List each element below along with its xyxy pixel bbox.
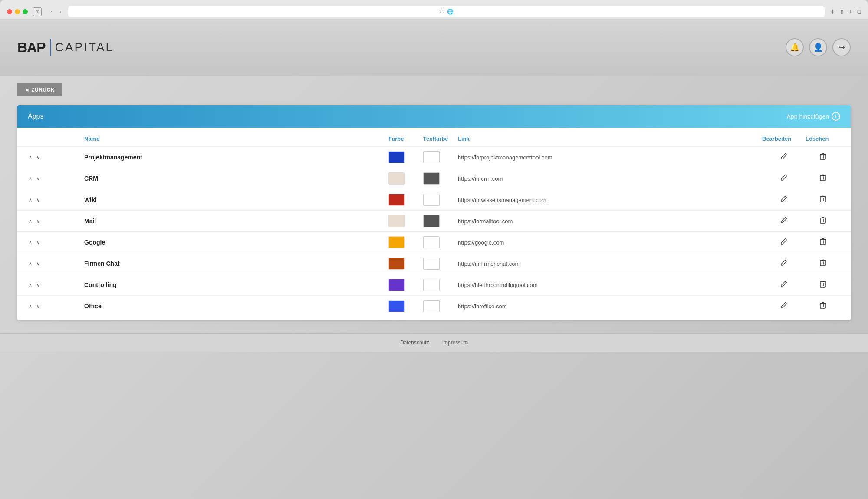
dot-yellow[interactable] bbox=[15, 9, 20, 14]
share-icon[interactable]: ⬆ bbox=[839, 8, 845, 15]
delete-button-4[interactable] bbox=[818, 236, 828, 248]
row-textfarbe-3[interactable] bbox=[423, 215, 458, 227]
chevron-up-button-5[interactable]: ∧ bbox=[28, 260, 33, 268]
datenschutz-link[interactable]: Datenschutz bbox=[400, 340, 429, 346]
chevron-down-button-6[interactable]: ∨ bbox=[36, 281, 41, 289]
new-tab-icon[interactable]: + bbox=[849, 8, 852, 15]
chevron-up-button-0[interactable]: ∧ bbox=[28, 154, 33, 161]
row-loschen-2[interactable] bbox=[806, 194, 840, 206]
farbe-swatch-0[interactable] bbox=[388, 151, 405, 163]
chevron-up-button-7[interactable]: ∧ bbox=[28, 303, 33, 310]
textfarbe-swatch-5[interactable] bbox=[423, 258, 440, 270]
delete-button-6[interactable] bbox=[818, 279, 828, 291]
row-loschen-0[interactable] bbox=[806, 151, 840, 163]
chevron-down-button-2[interactable]: ∨ bbox=[36, 196, 41, 204]
chevron-down-button-3[interactable]: ∨ bbox=[36, 218, 41, 225]
delete-button-3[interactable] bbox=[818, 215, 828, 227]
textfarbe-swatch-2[interactable] bbox=[423, 194, 440, 206]
edit-button-3[interactable] bbox=[779, 215, 789, 227]
textfarbe-swatch-6[interactable] bbox=[423, 279, 440, 291]
row-farbe-1[interactable] bbox=[388, 172, 423, 185]
farbe-swatch-2[interactable] bbox=[388, 194, 405, 206]
row-farbe-2[interactable] bbox=[388, 194, 423, 206]
chevron-up-button-6[interactable]: ∧ bbox=[28, 281, 33, 289]
row-textfarbe-5[interactable] bbox=[423, 258, 458, 270]
row-textfarbe-6[interactable] bbox=[423, 279, 458, 291]
row-bearbeiten-1[interactable] bbox=[762, 172, 806, 185]
row-loschen-5[interactable] bbox=[806, 258, 840, 270]
textfarbe-swatch-3[interactable] bbox=[423, 215, 440, 227]
row-bearbeiten-7[interactable] bbox=[762, 300, 806, 312]
chevron-down-button-7[interactable]: ∨ bbox=[36, 303, 41, 310]
notification-button[interactable]: 🔔 bbox=[786, 38, 804, 56]
row-textfarbe-1[interactable] bbox=[423, 172, 458, 185]
table-row: ∧ ∨ CRM https://ihrcrm.com bbox=[17, 168, 851, 189]
row-textfarbe-7[interactable] bbox=[423, 300, 458, 312]
add-icon: + bbox=[832, 112, 840, 121]
fullscreen-icon[interactable]: ⧉ bbox=[857, 8, 861, 16]
row-farbe-7[interactable] bbox=[388, 300, 423, 312]
row-loschen-1[interactable] bbox=[806, 172, 840, 185]
farbe-swatch-4[interactable] bbox=[388, 236, 405, 248]
textfarbe-swatch-1[interactable] bbox=[423, 172, 440, 185]
edit-button-7[interactable] bbox=[779, 300, 789, 312]
delete-button-1[interactable] bbox=[818, 172, 828, 185]
delete-button-7[interactable] bbox=[818, 300, 828, 312]
textfarbe-swatch-4[interactable] bbox=[423, 236, 440, 248]
edit-button-0[interactable] bbox=[779, 151, 789, 163]
row-bearbeiten-6[interactable] bbox=[762, 279, 806, 291]
row-loschen-6[interactable] bbox=[806, 279, 840, 291]
row-farbe-4[interactable] bbox=[388, 236, 423, 248]
farbe-swatch-6[interactable] bbox=[388, 279, 405, 291]
chevron-up-button-2[interactable]: ∧ bbox=[28, 196, 33, 204]
row-loschen-7[interactable] bbox=[806, 300, 840, 312]
user-button[interactable]: 👤 bbox=[809, 38, 827, 56]
textfarbe-swatch-0[interactable] bbox=[423, 151, 440, 163]
row-farbe-6[interactable] bbox=[388, 279, 423, 291]
farbe-swatch-7[interactable] bbox=[388, 300, 405, 312]
row-loschen-3[interactable] bbox=[806, 215, 840, 227]
row-textfarbe-4[interactable] bbox=[423, 236, 458, 248]
add-app-button[interactable]: App hinzufügen + bbox=[787, 112, 840, 121]
address-bar[interactable]: 🛡 🌐 bbox=[68, 6, 824, 17]
tab-icon[interactable]: ⊞ bbox=[33, 7, 42, 16]
row-loschen-4[interactable] bbox=[806, 236, 840, 248]
edit-button-6[interactable] bbox=[779, 279, 789, 291]
delete-button-0[interactable] bbox=[818, 151, 828, 163]
chevron-down-button-1[interactable]: ∨ bbox=[36, 175, 41, 182]
chevron-up-button-1[interactable]: ∧ bbox=[28, 175, 33, 182]
chevron-up-button-4[interactable]: ∧ bbox=[28, 239, 33, 246]
row-farbe-0[interactable] bbox=[388, 151, 423, 163]
row-bearbeiten-4[interactable] bbox=[762, 236, 806, 248]
delete-button-5[interactable] bbox=[818, 258, 828, 270]
chevron-down-button-5[interactable]: ∨ bbox=[36, 260, 41, 268]
row-bearbeiten-2[interactable] bbox=[762, 194, 806, 206]
nav-forward-button[interactable]: › bbox=[58, 7, 63, 16]
farbe-swatch-5[interactable] bbox=[388, 258, 405, 270]
back-button[interactable]: ◄ ZURÜCK bbox=[17, 83, 62, 96]
edit-button-1[interactable] bbox=[779, 172, 789, 185]
farbe-swatch-1[interactable] bbox=[388, 172, 405, 185]
row-farbe-3[interactable] bbox=[388, 215, 423, 227]
row-bearbeiten-5[interactable] bbox=[762, 258, 806, 270]
row-textfarbe-0[interactable] bbox=[423, 151, 458, 163]
dot-green[interactable] bbox=[23, 9, 28, 14]
download-icon[interactable]: ⬇ bbox=[830, 8, 835, 15]
edit-button-2[interactable] bbox=[779, 194, 789, 206]
chevron-down-button-4[interactable]: ∨ bbox=[36, 239, 41, 246]
edit-button-4[interactable] bbox=[779, 236, 789, 248]
delete-button-2[interactable] bbox=[818, 194, 828, 206]
logout-button[interactable]: ↪ bbox=[832, 38, 851, 56]
edit-button-5[interactable] bbox=[779, 258, 789, 270]
row-farbe-5[interactable] bbox=[388, 258, 423, 270]
dot-red[interactable] bbox=[7, 9, 12, 14]
row-bearbeiten-0[interactable] bbox=[762, 151, 806, 163]
row-bearbeiten-3[interactable] bbox=[762, 215, 806, 227]
nav-back-button[interactable]: ‹ bbox=[49, 7, 54, 16]
row-textfarbe-2[interactable] bbox=[423, 194, 458, 206]
farbe-swatch-3[interactable] bbox=[388, 215, 405, 227]
textfarbe-swatch-7[interactable] bbox=[423, 300, 440, 312]
chevron-up-button-3[interactable]: ∧ bbox=[28, 218, 33, 225]
chevron-down-button-0[interactable]: ∨ bbox=[36, 154, 41, 161]
impressum-link[interactable]: Impressum bbox=[442, 340, 468, 346]
